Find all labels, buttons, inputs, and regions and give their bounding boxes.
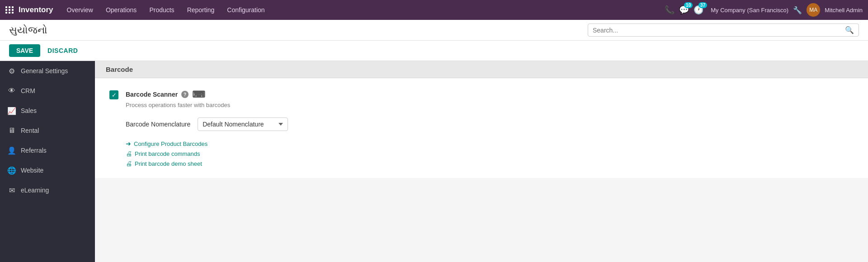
print-barcode-commands-link[interactable]: 🖨 Print barcode commands (126, 150, 854, 157)
clock-icon[interactable]: 🕐 37 (693, 5, 703, 15)
barcode-scanner-checkbox[interactable]: ✓ (109, 90, 118, 99)
sidebar: ⚙ General Settings 👁 CRM 📈 Sales 🖥 Renta… (0, 61, 95, 262)
save-button[interactable]: SAVE (9, 44, 40, 57)
clock-badge: 37 (698, 2, 707, 8)
rental-icon: 🖥 (7, 126, 16, 135)
barcode-scanner-description: Process operations faster with barcodes (126, 102, 230, 108)
nav-configuration[interactable]: Configuration (222, 4, 270, 16)
search-input[interactable] (593, 27, 845, 34)
printer-icon-demo: 🖨 (126, 160, 132, 167)
search-bar[interactable]: 🔍 (588, 23, 859, 37)
help-icon[interactable]: ? (181, 91, 189, 98)
nav-products[interactable]: Products (144, 4, 179, 16)
barcode-keyboard-icon[interactable]: ⌨ (192, 89, 205, 100)
nav-operations[interactable]: Operations (100, 4, 142, 16)
sidebar-item-label: Referrals (21, 147, 47, 154)
nomenclature-label: Barcode Nomenclature (126, 121, 190, 128)
nav-reporting[interactable]: Reporting (182, 4, 220, 16)
chat-icon[interactable]: 💬 10 (679, 5, 689, 15)
sidebar-item-website[interactable]: 🌐 Website (0, 160, 95, 180)
sidebar-item-label: CRM (21, 87, 35, 94)
crm-icon: 👁 (7, 86, 16, 95)
nomenclature-row: Barcode Nomenclature Default Nomenclatur… (126, 117, 854, 131)
website-icon: 🌐 (7, 166, 16, 175)
barcode-checkbox-area: ✓ (109, 90, 118, 99)
barcode-scanner-row: ✓ Barcode Scanner ? ⌨ Process operations… (109, 89, 854, 108)
sidebar-item-elearning[interactable]: ✉ eLearning (0, 180, 95, 200)
nav-overview[interactable]: Overview (61, 4, 99, 16)
general-settings-icon: ⚙ (7, 66, 16, 75)
nav-right: 📞 💬 10 🕐 37 My Company (San Francisco) 🔧… (665, 3, 863, 17)
print-demo-label: Print barcode demo sheet (135, 160, 202, 167)
section-title: Barcode (106, 66, 133, 73)
phone-icon[interactable]: 📞 (665, 5, 675, 15)
sidebar-item-referrals[interactable]: 👤 Referrals (0, 140, 95, 160)
barcode-section-header: Barcode (95, 61, 868, 78)
configure-product-barcodes-link[interactable]: ➜ Configure Product Barcodes (126, 140, 854, 147)
discard-button[interactable]: DISCARD (47, 47, 78, 54)
sidebar-item-rental[interactable]: 🖥 Rental (0, 121, 95, 140)
brand-name[interactable]: Inventory (19, 5, 53, 14)
sidebar-item-general-settings[interactable]: ⚙ General Settings (0, 61, 95, 81)
arrow-right-icon: ➜ (126, 140, 131, 147)
print-commands-label: Print barcode commands (135, 150, 200, 157)
barcode-scanner-label: Barcode Scanner (126, 91, 178, 98)
sidebar-item-crm[interactable]: 👁 CRM (0, 81, 95, 101)
links-section: ➜ Configure Product Barcodes 🖨 Print bar… (126, 140, 854, 167)
sidebar-item-label: Website (21, 167, 43, 174)
company-name: My Company (San Francisco) (711, 7, 788, 14)
sidebar-item-label: Rental (21, 127, 39, 134)
elearning-icon: ✉ (7, 186, 16, 195)
referrals-icon: 👤 (7, 146, 16, 155)
nomenclature-select[interactable]: Default Nomenclature Custom Nomenclature (198, 117, 288, 131)
barcode-scanner-details: Barcode Scanner ? ⌨ Process operations f… (126, 89, 230, 108)
sidebar-item-label: Sales (21, 107, 37, 114)
print-barcode-demo-sheet-link[interactable]: 🖨 Print barcode demo sheet (126, 160, 854, 167)
user-avatar[interactable]: MA (807, 3, 820, 17)
search-icon[interactable]: 🔍 (845, 26, 854, 34)
printer-icon-commands: 🖨 (126, 150, 132, 157)
user-name: Mitchell Admin (825, 7, 863, 14)
sidebar-item-sales[interactable]: 📈 Sales (0, 101, 95, 121)
content-area: Barcode ✓ Barcode Scanner ? ⌨ Process op… (95, 61, 868, 262)
configure-barcodes-label: Configure Product Barcodes (134, 140, 208, 147)
sidebar-item-label: General Settings (21, 67, 68, 75)
sales-icon: 📈 (7, 106, 16, 115)
chat-badge: 10 (684, 2, 693, 8)
wrench-icon[interactable]: 🔧 (793, 6, 802, 14)
action-bar: SAVE DISCARD (0, 41, 868, 61)
sidebar-item-label: eLearning (21, 187, 49, 194)
top-nav: Inventory Overview Operations Products R… (0, 0, 868, 20)
page-title: સુયોજનો (9, 24, 588, 36)
sub-header: સુયોજનો 🔍 (0, 20, 868, 41)
section-body: ✓ Barcode Scanner ? ⌨ Process operations… (95, 78, 868, 178)
apps-icon[interactable] (5, 6, 14, 14)
main-layout: ⚙ General Settings 👁 CRM 📈 Sales 🖥 Renta… (0, 61, 868, 262)
nav-links: Overview Operations Products Reporting C… (61, 4, 665, 16)
